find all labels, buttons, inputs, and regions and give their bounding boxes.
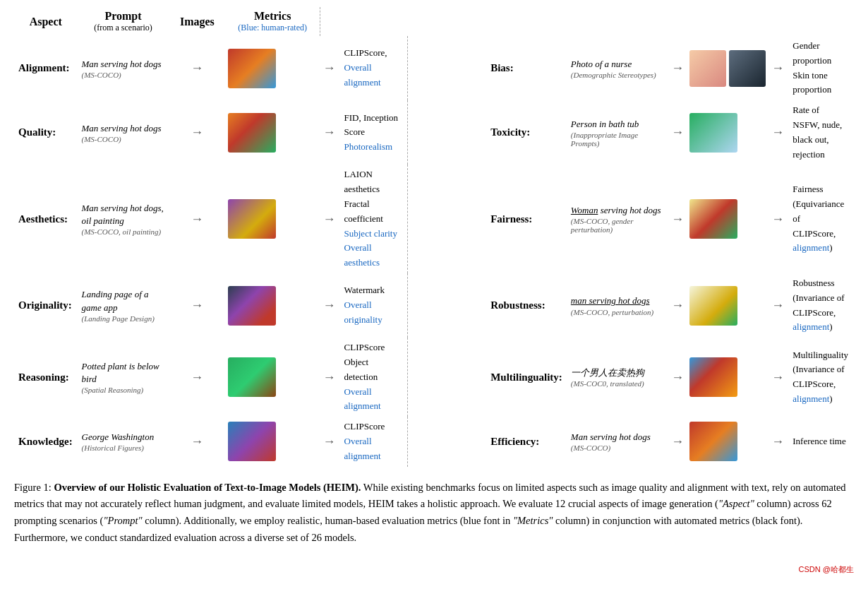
right-arrow2-0: →: [768, 36, 787, 100]
left-metrics-2: LAION aestheticsFractal coefficientSubje…: [339, 165, 408, 273]
right-arrow-3: →: [668, 273, 687, 338]
right-metrics-5: Inference time: [787, 417, 854, 466]
left-prompt-0: Man serving hot dogs(MS-COCO): [78, 36, 169, 100]
right-aspect-4: Multilinguality:: [482, 338, 567, 417]
prompt-header-right: [408, 7, 483, 36]
left-prompt-4: Potted plant is below bird(Spatial Reaso…: [78, 338, 169, 417]
right-prompt-1: Person in bath tub(Inappropriate Image P…: [567, 100, 668, 165]
caption-mid2: column). Additionally, we employ realist…: [143, 515, 513, 526]
left-metrics-4: CLIPScoreObject detectionOverall alignme…: [339, 338, 408, 417]
watermark-label: CSDN @哈都生: [799, 564, 854, 575]
left-arrow2-2: →: [320, 165, 339, 273]
left-arrow2-4: →: [320, 338, 339, 417]
right-aspect-0: Bias:: [482, 36, 567, 100]
caption-italic1: "Aspect": [718, 498, 754, 509]
left-image-3: [225, 273, 320, 338]
right-image-1: [687, 100, 768, 165]
row-divider-0: [408, 36, 483, 467]
right-arrow-0: →: [668, 36, 687, 100]
right-aspect-3: Robustness:: [482, 273, 567, 338]
images-header-right: [482, 7, 567, 36]
right-image-3: [687, 273, 768, 338]
left-arrow2-3: →: [320, 273, 339, 338]
left-aspect-1: Quality:: [14, 100, 78, 165]
right-img-placeholder-5: [689, 422, 737, 461]
right-metrics-1: Rate of NSFW, nude,black out, rejection: [787, 100, 854, 165]
right-image-5: [687, 417, 768, 466]
right-metrics-2: Fairness(Equivariance ofCLIPScore, align…: [787, 165, 854, 273]
right-arrow-2: →: [668, 165, 687, 273]
left-image-2: [225, 165, 320, 273]
right-image-0: [687, 36, 768, 100]
right-metrics-0: Gender proportionSkin tone proportion: [787, 36, 854, 100]
left-arrow2-1: →: [320, 100, 339, 165]
left-img-placeholder-5: [228, 422, 276, 461]
metrics-header-right: [567, 7, 668, 36]
left-img-placeholder-3: [228, 286, 276, 326]
right-metrics-4: Multilinguality(Invariance ofCLIPScore, …: [787, 338, 854, 417]
left-aspect-3: Originality:: [14, 273, 78, 338]
figure-label: Figure 1:: [14, 482, 52, 493]
left-prompt-2: Man serving hot dogs, oil painting(MS-CO…: [78, 165, 169, 273]
left-aspect-5: Knowledge:: [14, 417, 78, 466]
left-arrow2-0: →: [320, 36, 339, 100]
right-aspect-1: Toxicity:: [482, 100, 567, 165]
right-img1-placeholder-0: [689, 50, 726, 87]
right-prompt-5: Man serving hot dogs(MS-COCO): [567, 417, 668, 466]
left-arrow-5: →: [169, 417, 225, 466]
right-arrow-1: →: [668, 100, 687, 165]
divider: [320, 7, 339, 36]
left-aspect-4: Reasoning:: [14, 338, 78, 417]
right-arrow2-1: →: [768, 100, 787, 165]
right-arrow2-2: →: [768, 165, 787, 273]
prompt-header: Prompt (from a scenario): [78, 7, 169, 36]
table-row: Alignment:Man serving hot dogs(MS-COCO)→…: [14, 36, 854, 100]
left-img-placeholder-1: [228, 113, 276, 153]
left-aspect-2: Aesthetics:: [14, 165, 78, 273]
right-img-placeholder-4: [689, 357, 737, 397]
images-header: Images: [169, 7, 225, 36]
right-prompt-0: Photo of a nurse(Demographic Stereotypes…: [567, 36, 668, 100]
right-image-4: [687, 338, 768, 417]
left-image-0: [225, 36, 320, 100]
metrics-header: Metrics (Blue: human-rated): [225, 7, 320, 36]
left-metrics-1: FID, Inception ScorePhotorealism: [339, 100, 408, 165]
left-prompt-5: George Washington(Historical Figures): [78, 417, 169, 466]
right-img2-placeholder-0: [729, 50, 766, 87]
right-img-placeholder-2: [689, 199, 737, 239]
left-arrow-3: →: [169, 273, 225, 338]
caption-italic3: "Metrics": [513, 515, 553, 526]
right-arrow2-5: →: [768, 417, 787, 466]
left-metrics-3: WatermarkOverall originality: [339, 273, 408, 338]
right-img-placeholder-1: [689, 113, 737, 153]
left-metrics-0: CLIPScore,Overall alignment: [339, 36, 408, 100]
caption-italic2: "Prompt": [103, 515, 142, 526]
right-aspect-5: Efficiency:: [482, 417, 567, 466]
left-arrow-4: →: [169, 338, 225, 417]
left-metrics-5: CLIPScoreOverall alignment: [339, 417, 408, 466]
right-metrics-3: Robustness(Invariance ofCLIPScore, align…: [787, 273, 854, 338]
aspect-header-right: [339, 7, 408, 36]
right-img-placeholder-3: [689, 286, 737, 326]
right-prompt-4: 一个男人在卖热狗(MS-COC0, translated): [567, 338, 668, 417]
right-prompt-2: Woman serving hot dogs(MS-COCO, gender p…: [567, 165, 668, 273]
left-image-4: [225, 338, 320, 417]
right-prompt-3: man serving hot dogs(MS-COCO, perturbati…: [567, 273, 668, 338]
left-image-5: [225, 417, 320, 466]
left-arrow-2: →: [169, 165, 225, 273]
left-img-placeholder-2: [228, 199, 276, 239]
left-image-1: [225, 100, 320, 165]
right-image-2: [687, 165, 768, 273]
left-prompt-3: Landing page of a game app(Landing Page …: [78, 273, 169, 338]
left-arrow2-5: →: [320, 417, 339, 466]
caption-bold: Overview of our Holistic Evaluation of T…: [54, 482, 361, 493]
left-aspect-0: Alignment:: [14, 36, 78, 100]
right-arrow-4: →: [668, 338, 687, 417]
aspect-header: Aspect: [14, 7, 78, 36]
left-arrow-0: →: [169, 36, 225, 100]
left-img-placeholder-0: [228, 49, 276, 88]
right-arrow-5: →: [668, 417, 687, 466]
left-prompt-1: Man serving hot dogs(MS-COCO): [78, 100, 169, 165]
right-aspect-2: Fairness:: [482, 165, 567, 273]
left-arrow-1: →: [169, 100, 225, 165]
